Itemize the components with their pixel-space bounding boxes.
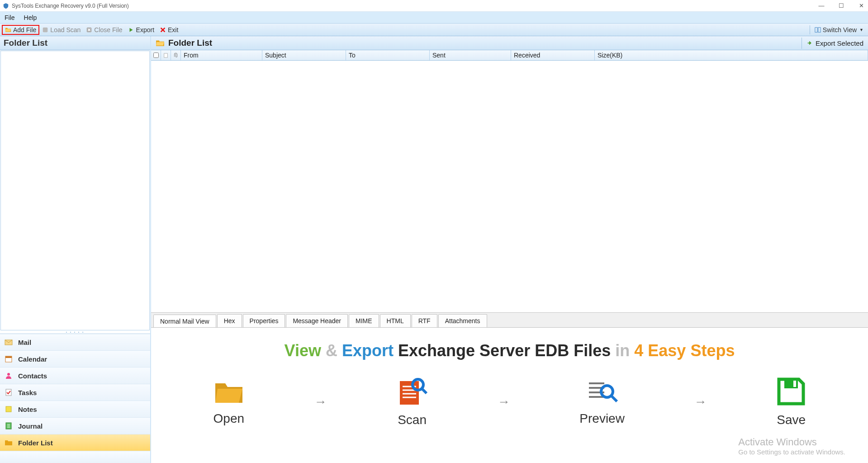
nav-mail[interactable]: Mail [0, 334, 150, 351]
menu-bar: File Help [0, 12, 868, 24]
exit-icon [160, 27, 166, 33]
close-file-icon [86, 27, 92, 33]
add-file-label: Add File [13, 26, 36, 33]
col-subject[interactable]: Subject [262, 50, 346, 60]
nav-contacts-label: Contacts [18, 372, 47, 380]
tab-message-header[interactable]: Message Header [286, 314, 348, 327]
headline-amp: & [326, 341, 337, 360]
menu-help[interactable]: Help [24, 14, 37, 21]
minimize-button[interactable]: — [817, 2, 825, 9]
step-preview-label: Preview [579, 411, 625, 426]
svg-point-7 [7, 373, 10, 376]
column-headers: From Subject To Sent Received Size(KB) [151, 50, 868, 61]
tab-rtf[interactable]: RTF [412, 314, 437, 327]
export-selected-button[interactable]: Export Selected [802, 38, 868, 49]
svg-rect-6 [5, 356, 12, 358]
tab-attachments[interactable]: Attachments [438, 314, 487, 327]
switch-view-icon [815, 27, 821, 33]
add-file-button[interactable]: Add File [2, 25, 39, 35]
folder-icon [156, 38, 165, 48]
folder-open-icon [5, 27, 11, 33]
tab-mime[interactable]: MIME [349, 314, 379, 327]
nav-journal-label: Journal [18, 422, 43, 430]
col-size[interactable]: Size(KB) [595, 50, 868, 60]
col-to[interactable]: To [346, 50, 430, 60]
nav-journal[interactable]: Journal [0, 418, 150, 434]
step-scan: Scan [396, 377, 428, 427]
export-selected-icon [806, 40, 813, 46]
calendar-icon [5, 355, 13, 363]
export-icon [128, 27, 134, 33]
step-open-label: Open [213, 411, 245, 426]
journal-icon [5, 422, 13, 430]
svg-rect-16 [793, 381, 796, 387]
right-panel: Folder List Export Selected From Subject… [151, 36, 868, 463]
folder-icon [5, 439, 13, 447]
left-panel: Folder List • • • • • Mail Calendar Cont… [0, 36, 151, 463]
svg-rect-8 [6, 389, 11, 396]
tab-normal-mail-view[interactable]: Normal Mail View [153, 315, 216, 328]
load-scan-label: Load Scan [50, 26, 81, 33]
preview-headline: View & Export Exchange Server EDB Files … [178, 341, 841, 360]
switch-view-label: Switch View [823, 26, 857, 33]
col-sent[interactable]: Sent [430, 50, 511, 60]
close-window-button[interactable]: ✕ [857, 2, 865, 9]
app-icon [3, 3, 9, 9]
step-open: Open [213, 378, 245, 426]
tasks-icon [5, 388, 13, 396]
svg-rect-9 [6, 406, 11, 412]
load-scan-icon [42, 27, 48, 33]
step-preview: Preview [579, 378, 625, 426]
svg-rect-11 [164, 53, 168, 57]
step-save-label: Save [777, 413, 806, 427]
exit-button[interactable]: Exit [157, 25, 181, 34]
folder-tree[interactable] [0, 51, 150, 330]
nav-calendar[interactable]: Calendar [0, 351, 150, 368]
switch-view-button[interactable]: Switch View ▼ [810, 25, 866, 34]
headline-mid: Exchange Server EDB Files [398, 341, 611, 360]
col-received[interactable]: Received [511, 50, 595, 60]
message-grid[interactable] [151, 61, 868, 312]
arrow-icon: → [694, 395, 707, 409]
svg-rect-12 [400, 381, 419, 405]
headline-export: Export [342, 341, 394, 360]
export-selected-label: Export Selected [816, 39, 863, 47]
tab-hex[interactable]: Hex [217, 314, 242, 327]
maximize-button[interactable]: ☐ [837, 2, 845, 9]
nav-calendar-label: Calendar [18, 355, 47, 363]
save-icon [776, 377, 806, 406]
headline-view: View [285, 341, 321, 360]
svg-rect-2 [815, 27, 817, 32]
contacts-icon [5, 372, 13, 380]
nav-tasks[interactable]: Tasks [0, 384, 150, 401]
nav-contacts[interactable]: Contacts [0, 368, 150, 384]
load-scan-button[interactable]: Load Scan [39, 25, 83, 34]
select-all-checkbox[interactable] [153, 53, 159, 58]
scan-icon [396, 377, 428, 406]
nav-notes[interactable]: Notes [0, 401, 150, 418]
preview-pane: View & Export Exchange Server EDB Files … [151, 327, 868, 463]
export-button[interactable]: Export [125, 25, 157, 34]
nav-notes-label: Notes [18, 406, 37, 413]
window-title: SysTools Exchange Recovery v9.0 (Full Ve… [12, 3, 817, 9]
headline-in: in [615, 341, 630, 360]
col-from[interactable]: From [181, 50, 262, 60]
tab-html[interactable]: HTML [380, 314, 411, 327]
chevron-down-icon: ▼ [859, 28, 863, 32]
open-folder-icon [213, 378, 245, 405]
svg-rect-0 [43, 27, 48, 32]
step-save: Save [776, 377, 806, 427]
close-file-button[interactable]: Close File [83, 25, 125, 34]
watermark-line2: Go to Settings to activate Windows. [738, 448, 845, 456]
tab-properties[interactable]: Properties [243, 314, 285, 327]
col-checkbox[interactable] [151, 50, 161, 60]
svg-rect-3 [818, 27, 821, 32]
nav-mail-label: Mail [18, 339, 31, 346]
folder-list-header: Folder List [0, 36, 150, 50]
watermark-line1: Activate Windows [738, 436, 845, 448]
nav-folder-list[interactable]: Folder List [0, 434, 150, 451]
menu-file[interactable]: File [5, 14, 15, 21]
close-file-label: Close File [94, 26, 122, 33]
windows-activation-watermark: Activate Windows Go to Settings to activ… [738, 436, 845, 456]
steps-row: Open → Scan → Preview → Save [178, 377, 841, 427]
